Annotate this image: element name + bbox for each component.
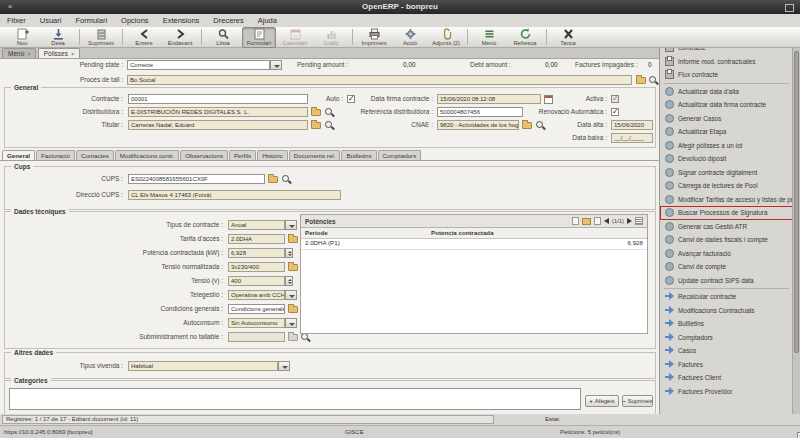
sidebar-item-modificar-tarifas[interactable]: Modificar Tarifas de acceso y listas de … [660, 193, 793, 207]
folder-icon[interactable] [288, 306, 298, 313]
chevron-down-icon[interactable] [285, 220, 297, 230]
tab-menu[interactable]: Menú × [2, 48, 36, 58]
new-button[interactable]: Nou [5, 27, 39, 48]
folder-icon[interactable] [311, 109, 321, 116]
sidebar-item-factures[interactable]: Factures [660, 358, 793, 372]
sidebar-item-afegir-polisses[interactable]: Afegir pòlisses a un lot [660, 139, 793, 153]
sidebar-item-modificacions-contractuals[interactable]: Modificacions Contractuals [660, 304, 793, 318]
spinner-icon[interactable] [285, 276, 293, 286]
tab-general[interactable]: General [2, 150, 35, 160]
sidebar-item-canvi-dades-fiscals[interactable]: Canvi de dades fiscals i compte [660, 233, 793, 247]
chevron-down-icon[interactable] [285, 290, 297, 300]
sidebar-item-flux-contracte[interactable]: Flux contracte [660, 68, 793, 82]
graph-view-button[interactable]: Gràfic [314, 27, 348, 48]
folder-icon[interactable] [311, 122, 321, 129]
forward-button[interactable]: Endavant [163, 27, 197, 48]
folder-icon[interactable] [268, 176, 278, 183]
window-restore-icon[interactable] [785, 4, 794, 12]
search-icon[interactable] [301, 333, 310, 342]
sidebar-item-recalcular-contracte[interactable]: Recalcular contracte [660, 290, 793, 304]
menu-formulari[interactable]: Formulari [68, 16, 114, 25]
sidebar-item-update-sips[interactable]: Update contract SIPS data [660, 274, 793, 288]
menu-ajuda[interactable]: Ajuda [251, 16, 284, 25]
chevron-down-icon[interactable] [278, 361, 290, 371]
menu-opcions[interactable]: Opcions [114, 16, 156, 25]
sidebar-scrollbar[interactable] [792, 48, 800, 414]
auto-checkbox[interactable] [347, 95, 355, 103]
chevron-down-icon[interactable] [285, 318, 297, 328]
sidebar-item-factures-proveidor[interactable]: Factures Proveïdor [660, 385, 793, 399]
sidebar-item-carrega-lectures[interactable]: Càrrega de lectures de Pool [660, 179, 793, 193]
tab-comptadors[interactable]: Comptadors [378, 150, 422, 160]
calendar-view-button[interactable]: Calendari [278, 27, 312, 48]
potencies-row[interactable]: 2.0DHA (P1) 6,928 [301, 238, 647, 250]
sidebar-item-buscar-processos-signatura[interactable]: Buscar Processos de Signatura [660, 206, 793, 220]
close-icon[interactable]: × [71, 51, 75, 57]
pending-state-field[interactable]: Correcte [127, 60, 270, 70]
sidebar-item-actualitzar-data-alta[interactable]: Actualitzar data d'alta [660, 85, 793, 99]
menu-dreceres[interactable]: Dreceres [206, 16, 250, 25]
folder-icon[interactable] [288, 264, 298, 271]
sidebar-item-canvi-de-compte[interactable]: Canvi de compte [660, 260, 793, 274]
folder-icon[interactable] [288, 236, 298, 243]
list-view-button[interactable]: Llista [206, 27, 240, 48]
search-icon[interactable] [536, 121, 545, 130]
chevron-down-icon[interactable] [270, 60, 282, 70]
sidebar-item-actualitzar-etapa[interactable]: Actualitzar Etapa [660, 125, 793, 139]
referencia-field[interactable]: 500004807456 [437, 107, 523, 117]
contracte-field[interactable]: 00001 [128, 94, 308, 104]
sidebar-item-avancar-facturacio[interactable]: Avançar facturació [660, 247, 793, 261]
renovacio-checkbox[interactable] [611, 108, 619, 116]
back-button[interactable]: Enrere [127, 27, 161, 48]
cups-field[interactable]: ES0224008581655601CX0F [128, 174, 265, 184]
tab-polisses[interactable]: Pòlisses × [38, 48, 80, 58]
search-icon[interactable] [325, 121, 334, 130]
tab-documents[interactable]: Documents rel. [289, 150, 341, 160]
refresh-button[interactable]: Refresca [508, 27, 542, 48]
folder-icon[interactable] [636, 77, 646, 84]
sidebar-item-devolucio-diposit[interactable]: Devolució dipòsit [660, 152, 793, 166]
new-record-icon[interactable] [572, 217, 579, 225]
sidebar-item-comptadors[interactable]: Comptadors [660, 331, 793, 345]
remove-category-button[interactable]: − Suprimeix [622, 395, 653, 407]
sidebar-item-generar-casos[interactable]: Generar Casos [660, 112, 793, 126]
menu-button[interactable]: Menú [472, 27, 506, 48]
sidebar-item-factures-client[interactable]: Factures Client [660, 371, 793, 385]
calendar-picker-icon[interactable] [544, 95, 553, 104]
sidebar-item-butlletins[interactable]: Butlletins [660, 317, 793, 331]
add-category-button[interactable]: + Afegeix [585, 395, 619, 407]
previous-record-icon[interactable] [604, 218, 609, 224]
folder-icon[interactable] [522, 122, 532, 129]
delete-button[interactable]: Suprimeix [84, 27, 118, 48]
attachments-button[interactable]: Adjunts (2) [429, 27, 463, 48]
search-icon[interactable] [649, 76, 658, 85]
save-button[interactable]: Desa [41, 27, 75, 48]
menu-extensions[interactable]: Extensions [156, 16, 207, 25]
delete-record-icon[interactable] [594, 217, 601, 225]
categories-list[interactable] [9, 388, 581, 410]
scrollbar-thumb[interactable] [794, 51, 799, 353]
condicions-generals-field[interactable]: Condicions generals català [228, 304, 285, 314]
tab-contactes[interactable]: Contactes [76, 150, 114, 160]
next-record-icon[interactable] [627, 218, 632, 224]
menu-usuari[interactable]: Usuari [33, 16, 69, 25]
search-icon[interactable] [282, 175, 291, 184]
switch-view-icon[interactable] [635, 217, 643, 225]
sidebar-item-signar-contracte[interactable]: Signar contracte digitalment [660, 166, 793, 180]
sidebar-item-casos[interactable]: Casos [660, 344, 793, 358]
tab-observacions[interactable]: Observacions [180, 150, 228, 160]
spinner-icon[interactable] [285, 248, 293, 258]
tab-butlletins[interactable]: Butlletins [341, 150, 376, 160]
tab-historic[interactable]: Històric [257, 150, 288, 160]
tab-perfils[interactable]: Perfils [229, 150, 256, 160]
tab-modificacions[interactable]: Modificacions contr. [115, 150, 179, 160]
menu-fitxer[interactable]: Fitxer [0, 16, 33, 25]
sidebar-item-informe-mod[interactable]: Informe mod. contractuales [660, 55, 793, 69]
close-tab-button[interactable]: Tanca [551, 27, 585, 48]
close-icon[interactable]: × [27, 51, 31, 57]
search-icon[interactable] [325, 108, 334, 117]
tab-facturacio[interactable]: Facturació [36, 150, 75, 160]
sidebar-item-generar-cas-atr[interactable]: Generar cas Gestió ATR [660, 220, 793, 234]
print-button[interactable]: Imprimeix [357, 27, 391, 48]
action-button[interactable]: Acció [393, 27, 427, 48]
